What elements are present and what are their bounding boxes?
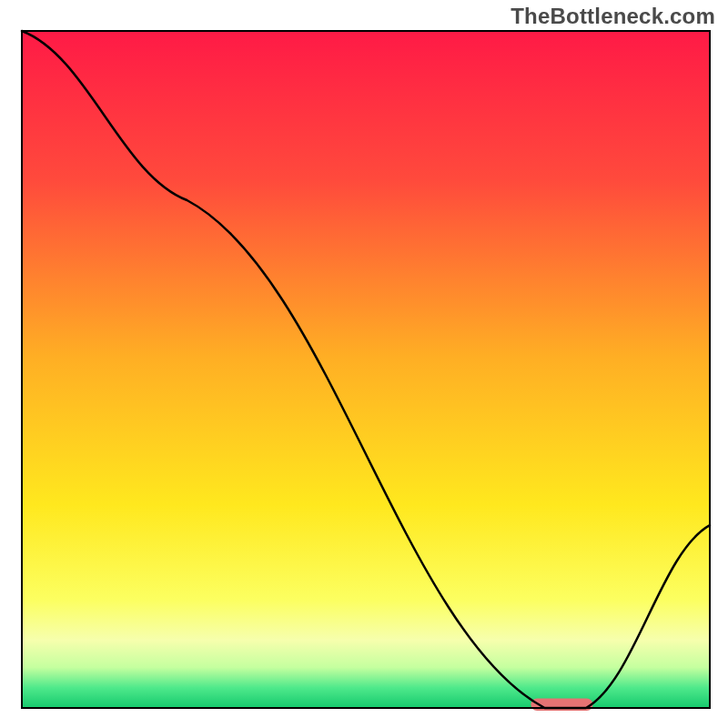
attribution-text: TheBottleneck.com (511, 4, 715, 29)
bottleneck-chart (0, 0, 728, 728)
gradient-background (22, 31, 710, 708)
chart-container: TheBottleneck.com (0, 0, 728, 728)
